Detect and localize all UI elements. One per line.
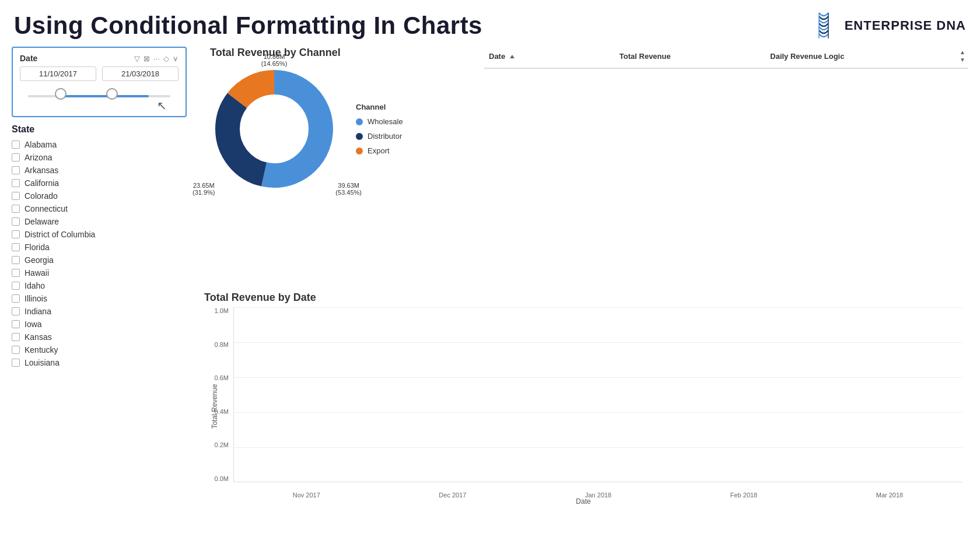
legend-label-wholesale: Wholesale <box>368 117 403 126</box>
state-item[interactable]: Idaho <box>12 279 184 292</box>
donut-svg <box>210 65 338 193</box>
state-label: Kentucky <box>24 345 58 355</box>
state-item[interactable]: Delaware <box>12 215 184 228</box>
state-checkbox[interactable] <box>12 141 20 149</box>
state-item[interactable]: Hawaii <box>12 266 184 279</box>
state-label: District of Columbia <box>24 230 95 239</box>
state-checkbox[interactable] <box>12 346 20 354</box>
state-checkbox[interactable] <box>12 307 20 315</box>
state-checkbox[interactable] <box>12 179 20 187</box>
state-item[interactable]: Iowa <box>12 318 184 331</box>
state-item[interactable]: Kansas <box>12 331 184 343</box>
date-slicer: Date ▽ ⊠ ··· ◇ ∨ 11/10/2017 21/03/2018 <box>12 47 187 117</box>
state-label: Idaho <box>24 281 45 290</box>
state-item[interactable]: Florida <box>12 241 184 254</box>
state-label: Connecticut <box>24 204 68 213</box>
logo-text: ENTERPRISE DNA <box>845 18 966 33</box>
state-checkbox[interactable] <box>12 359 20 367</box>
y-label-1m: 1.0M <box>215 307 229 314</box>
x-axis-title: Date <box>576 497 590 506</box>
x-label-mar2018: Mar 2018 <box>876 492 903 499</box>
state-item[interactable]: Arkansas <box>12 164 184 177</box>
state-checkbox[interactable] <box>12 256 20 264</box>
sort-icon-date <box>510 55 514 58</box>
state-item[interactable]: Illinois <box>12 292 184 305</box>
export-dot <box>356 148 363 155</box>
state-label: Illinois <box>24 294 47 303</box>
main-layout: Date ▽ ⊠ ··· ◇ ∨ 11/10/2017 21/03/2018 <box>0 47 980 545</box>
col-header-logic[interactable]: Daily Revenue Logic <box>765 50 957 63</box>
state-item[interactable]: District of Columbia <box>12 228 184 241</box>
state-checkbox[interactable] <box>12 230 20 238</box>
state-item[interactable]: Kentucky <box>12 343 184 356</box>
legend-item-distributor: Distributor <box>356 132 403 141</box>
legend-item-wholesale: Wholesale <box>356 117 403 126</box>
bar-section: Total Revenue by Date Total Revenue 1.0M… <box>198 292 974 545</box>
svg-point-5 <box>240 95 308 163</box>
state-label: Florida <box>24 243 50 252</box>
state-label: Arkansas <box>24 166 58 175</box>
donut-wrapper: 10.86M(14.65%) 23.65M(31.9%) 39.63M(53.4… <box>210 65 467 193</box>
state-checkbox[interactable] <box>12 320 20 328</box>
state-item[interactable]: Colorado <box>12 189 184 202</box>
legend-label-export: Export <box>368 146 390 155</box>
state-item[interactable]: Arizona <box>12 151 184 164</box>
chevron-down-icon[interactable]: ∨ <box>173 54 178 63</box>
state-checkbox[interactable] <box>12 217 20 226</box>
y-label-04m: 0.4M <box>215 408 229 415</box>
diamond-icon[interactable]: ◇ <box>163 54 169 63</box>
col-header-date[interactable]: Date <box>484 50 615 63</box>
filter-icon[interactable]: ▽ <box>134 54 140 63</box>
wholesale-dot <box>356 118 363 125</box>
state-item[interactable]: Indiana <box>12 305 184 318</box>
state-item[interactable]: California <box>12 177 184 189</box>
scroll-up-icon[interactable]: ▲ <box>960 49 965 55</box>
donut-label-distributor: 23.65M(31.9%) <box>192 182 215 196</box>
state-checkbox[interactable] <box>12 192 20 200</box>
cursor-indicator: ↖ <box>157 99 167 113</box>
state-checkbox[interactable] <box>12 166 20 174</box>
state-checkbox[interactable] <box>12 205 20 213</box>
donut-section: Total Revenue by Channel 10.86M(14.65%) … <box>198 47 478 292</box>
distributor-dot <box>356 133 363 140</box>
state-label: Louisiana <box>24 358 60 367</box>
state-label: Colorado <box>24 191 58 201</box>
y-label-02m: 0.2M <box>215 441 229 448</box>
table-section: Date Total Revenue Daily Revenue Logic ▲… <box>478 47 974 292</box>
logo: ENTERPRISE DNA <box>808 10 966 41</box>
scroll-down-icon[interactable]: ▼ <box>960 57 965 63</box>
date-slider-handle-right[interactable] <box>106 88 118 100</box>
state-slicer: State AlabamaArizonaArkansasCaliforniaCo… <box>12 124 187 545</box>
legend-item-export: Export <box>356 146 403 155</box>
y-label-08m: 0.8M <box>215 341 229 348</box>
state-item[interactable]: Connecticut <box>12 202 184 215</box>
more-icon[interactable]: ··· <box>153 54 160 63</box>
expand-icon[interactable]: ⊠ <box>144 54 150 63</box>
state-item[interactable]: Alabama <box>12 138 184 151</box>
start-date-input[interactable]: 11/10/2017 <box>20 66 96 81</box>
bar-y-axis: 1.0M 0.8M 0.6M 0.4M 0.2M 0.0M <box>204 307 233 482</box>
state-label: Alabama <box>24 140 57 149</box>
chart-legend: Channel Wholesale Distributor Export <box>356 103 403 155</box>
x-label-nov2017: Nov 2017 <box>293 492 320 499</box>
state-item[interactable]: Georgia <box>12 254 184 266</box>
top-row: Total Revenue by Channel 10.86M(14.65%) … <box>198 47 974 292</box>
state-checkbox[interactable] <box>12 269 20 277</box>
end-date-input[interactable]: 21/03/2018 <box>102 66 178 81</box>
date-slicer-title: Date <box>20 54 37 63</box>
state-checkbox[interactable] <box>12 282 20 290</box>
dna-icon <box>808 10 839 41</box>
col-header-revenue[interactable]: Total Revenue <box>615 50 765 63</box>
state-label: Hawaii <box>24 268 49 278</box>
state-item[interactable]: Louisiana <box>12 356 184 369</box>
state-label: Kansas <box>24 332 52 342</box>
state-slicer-title: State <box>12 124 187 135</box>
state-checkbox[interactable] <box>12 333 20 341</box>
state-checkbox[interactable] <box>12 243 20 251</box>
state-label: Arizona <box>24 153 52 162</box>
date-slider-handle-left[interactable] <box>55 88 66 100</box>
state-checkbox[interactable] <box>12 153 20 162</box>
state-checkbox[interactable] <box>12 294 20 303</box>
donut-chart: 10.86M(14.65%) 23.65M(31.9%) 39.63M(53.4… <box>210 65 338 193</box>
state-list-container[interactable]: AlabamaArizonaArkansasCaliforniaColorado… <box>12 138 187 545</box>
